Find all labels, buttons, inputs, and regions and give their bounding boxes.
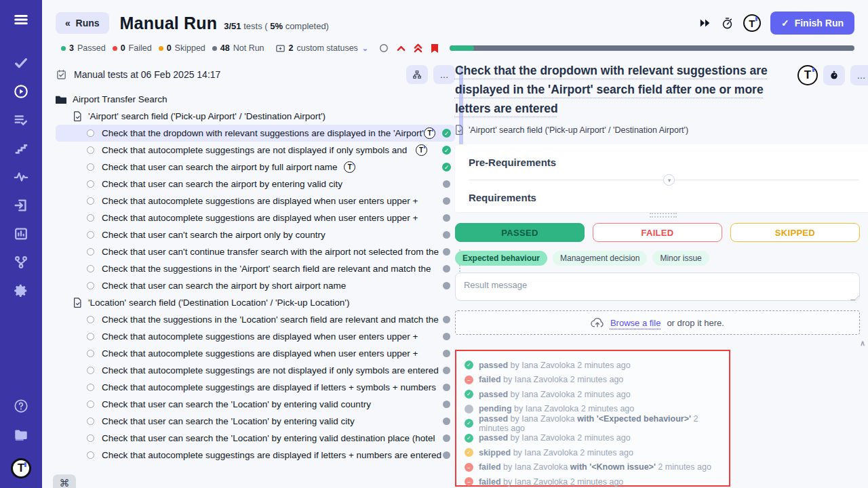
projects-folder-icon[interactable] bbox=[0, 420, 42, 449]
suite-label: 'Airport' search field ('Pick-up Airport… bbox=[88, 111, 326, 121]
test-radio-icon[interactable] bbox=[87, 384, 94, 391]
test-row[interactable]: Check that the suggestions in the 'Airpo… bbox=[56, 260, 455, 277]
test-radio-icon[interactable] bbox=[87, 214, 94, 222]
priority-double-up-icon[interactable] bbox=[414, 43, 422, 53]
test-radio-icon[interactable] bbox=[87, 350, 94, 357]
menu-icon[interactable] bbox=[0, 5, 42, 34]
test-row[interactable]: Check that user can search the 'Location… bbox=[56, 413, 455, 430]
test-title[interactable]: Check that the dropdown with relevant su… bbox=[455, 61, 797, 118]
tree-view-toggle-button[interactable] bbox=[406, 65, 428, 84]
browse-file-link[interactable]: Browse a file bbox=[610, 318, 660, 328]
runs-play-icon[interactable] bbox=[0, 77, 42, 106]
status-stat[interactable]: 3Passed bbox=[61, 43, 106, 53]
test-more-button[interactable]: … bbox=[850, 65, 868, 85]
skipped-status-button[interactable]: SKIPPED bbox=[730, 223, 860, 242]
test-row[interactable]: Check that user can search the airport b… bbox=[56, 277, 455, 294]
test-radio-icon[interactable] bbox=[87, 163, 94, 171]
test-label: Check that autocomplete suggestings are … bbox=[102, 145, 407, 155]
test-radio-icon[interactable] bbox=[87, 367, 94, 374]
priority-up-icon[interactable] bbox=[397, 45, 406, 52]
test-row[interactable]: Check that autocomplete suggestings are … bbox=[56, 142, 455, 159]
test-timer-button[interactable] bbox=[823, 65, 845, 85]
test-row[interactable]: Check that user can search the airport b… bbox=[56, 176, 455, 192]
result-tag[interactable]: Management decision bbox=[553, 251, 647, 266]
test-row[interactable]: Check that user can't continue transfer … bbox=[56, 243, 455, 260]
history-status-icon bbox=[465, 434, 473, 443]
test-row[interactable]: Check that autocomplete suggestions are … bbox=[56, 192, 455, 209]
file-drop-area[interactable]: Browse a file or drop it here. bbox=[455, 310, 860, 335]
settings-gear-icon[interactable] bbox=[0, 277, 42, 305]
test-radio-icon[interactable] bbox=[87, 401, 94, 408]
custom-statuses-toggle[interactable]: 2 custom statuses ⌄ bbox=[275, 43, 369, 54]
test-row[interactable]: Check that the dropdown with relevant su… bbox=[56, 125, 455, 142]
timer-icon[interactable] bbox=[721, 17, 734, 30]
test-status-icon bbox=[443, 316, 450, 323]
test-detail-pane: Check that the dropdown with relevant su… bbox=[455, 61, 868, 480]
status-dot-icon bbox=[113, 46, 117, 51]
branch-icon[interactable] bbox=[0, 248, 42, 277]
result-message-input[interactable] bbox=[455, 272, 860, 301]
section-collapse-icon[interactable]: ▾ bbox=[663, 174, 675, 186]
test-row[interactable]: Check that autocomplete suggestings are … bbox=[56, 379, 455, 396]
test-status-icon bbox=[443, 214, 450, 222]
pulse-icon[interactable] bbox=[0, 163, 42, 191]
test-radio-icon[interactable] bbox=[87, 418, 94, 425]
test-row[interactable]: Check that autocomplete suggestings are … bbox=[56, 362, 455, 379]
suite-row[interactable]: 'Airport' search field ('Pick-up Airport… bbox=[56, 108, 455, 125]
import-icon[interactable] bbox=[0, 191, 42, 220]
test-row[interactable]: Check that the suggestions in the 'Locat… bbox=[56, 311, 455, 328]
passed-status-button[interactable]: PASSED bbox=[455, 223, 585, 242]
suite-row[interactable]: 'Location' search field ('Destination Lo… bbox=[56, 294, 455, 311]
test-radio-icon[interactable] bbox=[87, 231, 94, 239]
test-row[interactable]: Check that autocomplete suggestings are … bbox=[56, 447, 455, 464]
test-radio-icon[interactable] bbox=[87, 265, 94, 272]
tests-check-icon[interactable] bbox=[0, 49, 42, 77]
back-to-runs-button[interactable]: « Runs bbox=[56, 12, 109, 34]
testomat-test-logo: T bbox=[797, 65, 818, 85]
finish-run-button[interactable]: ✓ Finish Run bbox=[770, 12, 854, 35]
test-radio-icon[interactable] bbox=[87, 451, 94, 459]
command-key-badge[interactable]: ⌘ bbox=[53, 474, 76, 488]
test-row[interactable]: Check that user can't search the airport… bbox=[56, 226, 455, 243]
test-status-icon bbox=[442, 129, 451, 138]
status-stat[interactable]: 48Not Run bbox=[212, 43, 264, 53]
test-radio-icon[interactable] bbox=[87, 180, 94, 188]
testomat-run-logo: T bbox=[743, 14, 761, 32]
test-radio-icon[interactable] bbox=[87, 282, 94, 289]
status-stat[interactable]: 0Failed bbox=[113, 43, 152, 53]
test-row[interactable]: Check that autocomplete suggestions are … bbox=[56, 209, 455, 226]
help-icon[interactable] bbox=[0, 392, 42, 420]
result-tag[interactable]: Minor issue bbox=[652, 251, 709, 266]
status-stat[interactable]: 0Skipped bbox=[159, 43, 205, 53]
tree-more-button[interactable]: … bbox=[433, 65, 455, 84]
test-radio-icon[interactable] bbox=[87, 197, 94, 205]
test-row[interactable]: Check that user can search the airport b… bbox=[56, 159, 455, 176]
suite-document-icon bbox=[73, 111, 82, 121]
test-row[interactable]: Check that autocomplete suggestions are … bbox=[56, 345, 455, 362]
test-label: Check that user can search the airport b… bbox=[102, 179, 342, 189]
test-radio-icon[interactable] bbox=[87, 146, 94, 154]
test-radio-icon[interactable] bbox=[87, 129, 94, 137]
history-collapse-icon[interactable]: ∧ bbox=[455, 339, 868, 348]
run-progress-bar[interactable] bbox=[450, 45, 854, 51]
fast-forward-icon[interactable] bbox=[699, 18, 711, 28]
analytics-icon[interactable] bbox=[0, 220, 42, 248]
test-radio-icon[interactable] bbox=[87, 248, 94, 256]
test-label: Check that user can search the airport b… bbox=[102, 162, 337, 172]
steps-icon[interactable] bbox=[0, 134, 42, 163]
failed-status-button[interactable]: FAILED bbox=[593, 223, 722, 242]
test-breadcrumb[interactable]: 'Airport' search field ('Pick-up Airport… bbox=[455, 125, 868, 135]
test-row[interactable]: Check that user can search the 'Location… bbox=[56, 430, 455, 447]
test-radio-icon[interactable] bbox=[87, 316, 94, 323]
test-row[interactable]: Check that user can search the 'Location… bbox=[56, 396, 455, 413]
circle-filter-icon[interactable] bbox=[379, 43, 389, 53]
testomat-logo[interactable]: T bbox=[11, 458, 31, 479]
test-plans-icon[interactable] bbox=[0, 106, 42, 134]
card-resize-handle[interactable] bbox=[650, 213, 677, 218]
test-radio-icon[interactable] bbox=[87, 434, 94, 442]
test-row[interactable]: Check that autocomplete suggestions are … bbox=[56, 328, 455, 345]
bookmark-icon[interactable] bbox=[431, 43, 439, 54]
result-tag[interactable]: Expected behaviour bbox=[455, 251, 547, 266]
folder-row[interactable]: Airport Transfer Search bbox=[56, 91, 455, 108]
test-radio-icon[interactable] bbox=[87, 333, 94, 340]
